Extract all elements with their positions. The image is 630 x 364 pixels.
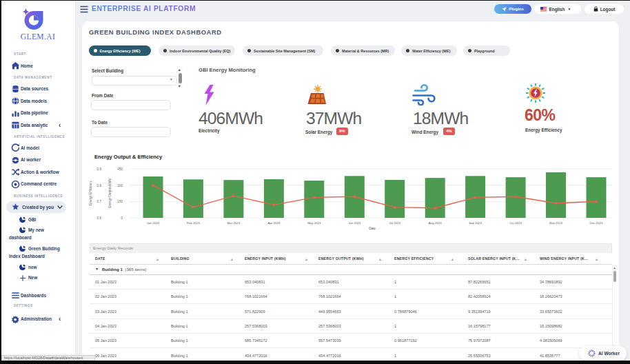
svg-text:Oct 2023: Oct 2023	[509, 221, 522, 225]
svg-text:300: 300	[117, 184, 123, 188]
svg-text:Mar 2023: Mar 2023	[227, 221, 241, 225]
svg-text:0.7: 0.7	[97, 200, 102, 203]
svg-text:Feb 2023: Feb 2023	[187, 221, 200, 225]
svg-text:Energy Output (kWh): Energy Output (kWh)	[108, 178, 112, 208]
svg-text:Jul 2023: Jul 2023	[389, 221, 400, 225]
svg-text:Date: Date	[369, 227, 376, 230]
svg-text:150: 150	[117, 200, 123, 203]
svg-text:Dec 2023: Dec 2023	[590, 221, 603, 225]
svg-text:Aug 2023: Aug 2023	[429, 221, 442, 225]
svg-text:450: 450	[117, 168, 123, 171]
svg-text:May 2023: May 2023	[307, 221, 321, 225]
svg-text:Apr 2023: Apr 2023	[267, 221, 280, 225]
svg-text:Jun 2023: Jun 2023	[348, 221, 361, 225]
svg-text:Nov 2023: Nov 2023	[549, 221, 562, 225]
svg-text:0.8: 0.8	[97, 184, 102, 188]
svg-text:0.6: 0.6	[97, 216, 102, 220]
svg-text:Energy Efficiency: Energy Efficiency	[89, 181, 92, 205]
svg-text:Sep 2023: Sep 2023	[469, 221, 482, 225]
svg-text:0.9: 0.9	[97, 168, 102, 171]
svg-text:0: 0	[121, 216, 123, 220]
svg-text:Jan 2023: Jan 2023	[147, 221, 160, 225]
